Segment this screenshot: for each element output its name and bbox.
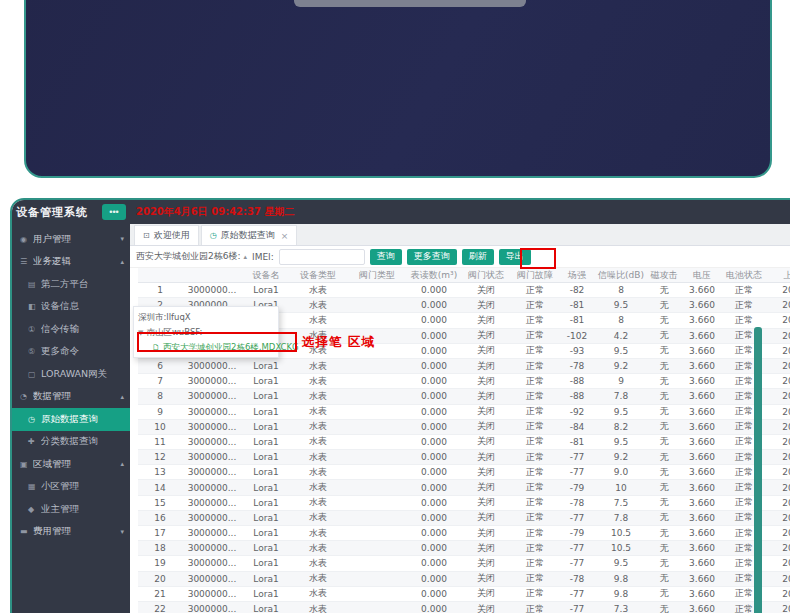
table-row[interactable]: 103000000...Lora1水表0.000关闭正常-848.2无3.660… [138, 420, 790, 435]
cell-magnetic: 无 [646, 344, 682, 357]
table-row[interactable]: 163000000...Lora1水表0.000关闭正常-777.8无3.660… [138, 511, 790, 526]
cell-rssi: -81 [558, 300, 596, 310]
sidebar-item-lorawan网关[interactable]: ▢ LORAWAN网关 [12, 363, 130, 386]
table-row[interactable]: 83000000...Lora1水表0.000关闭正常-887.8无3.660正… [138, 389, 790, 404]
classified-data-icon: ✚ [28, 437, 41, 446]
tree-node[interactable]: ▼南山区wuBSF: [138, 325, 274, 340]
document-icon: 🗋 [152, 343, 160, 352]
more-commands-icon: ⑤ [28, 347, 41, 356]
tree-node[interactable]: 深圳市:llfuqX [138, 310, 274, 325]
cell-voltage: 3.660 [682, 543, 722, 553]
cell-num: 14 [138, 483, 182, 493]
tree-expand-icon[interactable]: ▼ [138, 329, 143, 337]
query-button[interactable]: 查询 [370, 249, 402, 265]
datetime-text: 2020年4月6日 09:42:37 星期二 [136, 205, 294, 219]
sidebar-item-原始数据查询[interactable]: ◷ 原始数据查询 [12, 408, 130, 431]
table-row[interactable]: 13000000...Lora1水表0.000关闭正常-828无3.660正常2… [138, 283, 790, 298]
cell-valve_fault: 正常 [512, 572, 558, 585]
cell-voltage: 3.660 [682, 361, 722, 371]
table-row[interactable]: 203000000...Lora1水表0.000关闭正常-789.8无3.660… [138, 572, 790, 587]
main-content: ⊡ 欢迎使用◷ 原始数据查询× 西安大学城创业园2栋6楼: ▴ IMEI: 查询… [130, 224, 790, 613]
more-query-button[interactable]: 更多查询 [407, 249, 457, 265]
cell-num: 16 [138, 513, 182, 523]
cell-num: 11 [138, 437, 182, 447]
table-row[interactable]: 123000000...Lora1水表0.000关闭正常-779.2无3.660… [138, 450, 790, 465]
sidebar-item-小区管理[interactable]: ▦ 小区管理 [12, 476, 130, 499]
cell-magnetic: 无 [646, 329, 682, 342]
cell-reading: 0.000 [408, 498, 460, 508]
column-header: 阀门类型 [346, 269, 408, 282]
sidebar-item-更多命令[interactable]: ⑤ 更多命令 [12, 341, 130, 364]
cell-valve_state: 关闭 [460, 405, 512, 418]
cell-voltage: 3.660 [682, 315, 722, 325]
cell-rssi: -78 [558, 574, 596, 584]
table-row[interactable]: 213000000...Lora1水表0.000关闭正常-779.8无3.660… [138, 587, 790, 602]
table-row[interactable]: 63000000...Lora1水表0.000关闭正常-789.2无3.660正… [138, 359, 790, 374]
table-row[interactable]: 153000000...Lora1水表0.000关闭正常-787.5无3.660… [138, 496, 790, 511]
cell-name: Lora1 [242, 285, 290, 295]
page-background: 设备管理系统 ••• 2020年4月6日 09:42:37 星期二 ◉ 用户管理… [0, 0, 790, 613]
sidebar-section-用户管理[interactable]: ◉ 用户管理 ▾ [12, 228, 130, 251]
cell-time: 20 [766, 543, 790, 553]
cell-snr: 9.8 [596, 589, 646, 599]
table-row[interactable]: 113000000...Lora1水表0.000关闭正常-819.5无3.660… [138, 435, 790, 450]
table-row[interactable]: 193000000...Lora1水表0.000关闭正常-779.5无3.660… [138, 556, 790, 571]
table-scrollbar[interactable] [754, 327, 762, 613]
table-row[interactable]: 183000000...Lora1水表0.000关闭正常-7710.5无3.66… [138, 541, 790, 556]
cell-rssi: -77 [558, 452, 596, 462]
sidebar-item-第二方平台[interactable]: ▤ 第二方平台 [12, 273, 130, 296]
cell-snr: 7.8 [596, 513, 646, 523]
cell-reading: 0.000 [408, 376, 460, 386]
tab-欢迎使用[interactable]: ⊡ 欢迎使用 [134, 225, 199, 245]
sidebar-item-设备信息[interactable]: ◧ 设备信息 [12, 296, 130, 319]
more-menu-button[interactable]: ••• [102, 204, 126, 220]
cell-type: 水表 [290, 420, 346, 433]
community-icon: ▦ [28, 482, 41, 491]
refresh-button[interactable]: 刷新 [462, 249, 494, 265]
close-icon[interactable]: × [281, 231, 289, 241]
cell-magnetic: 无 [646, 451, 682, 464]
cell-type: 水表 [290, 557, 346, 570]
sidebar-item-业主管理[interactable]: ◆ 业主管理 [12, 498, 130, 521]
sidebar-section-数据管理[interactable]: ◔ 数据管理 ▴ [12, 386, 130, 409]
column-header: 信噪比(dB) [596, 269, 646, 282]
cell-type: 水表 [290, 314, 346, 327]
cell-name: Lora1 [242, 498, 290, 508]
table-row[interactable]: 173000000...Lora1水表0.000关闭正常-7910.5无3.66… [138, 526, 790, 541]
sidebar-item-分类数据查询[interactable]: ✚ 分类数据查询 [12, 431, 130, 454]
export-button[interactable]: 导出 [499, 249, 531, 265]
cell-num: 19 [138, 558, 182, 568]
cell-imei: 3000000... [182, 452, 242, 462]
cell-imei: 3000000... [182, 483, 242, 493]
cell-rssi: -77 [558, 513, 596, 523]
table-row[interactable]: 223000000...Lora1水表0.000关闭正常-777.3无3.660… [138, 602, 790, 613]
tab-原始数据查询[interactable]: ◷ 原始数据查询× [201, 225, 298, 245]
cell-reading: 0.000 [408, 300, 460, 310]
tree-node-site[interactable]: 🗋西安大学城创业园2栋6楼,MDXCKG [138, 340, 274, 355]
cell-reading: 0.000 [408, 452, 460, 462]
sidebar-section-区域管理[interactable]: ▣ 区域管理 ▴ [12, 453, 130, 476]
cell-time: 20 [766, 285, 790, 295]
cell-type: 水表 [290, 390, 346, 403]
cell-rssi: -78 [558, 361, 596, 371]
cell-snr: 10 [596, 483, 646, 493]
cell-time: 20 [766, 346, 790, 356]
cell-voltage: 3.660 [682, 574, 722, 584]
cell-snr: 9.5 [596, 300, 646, 310]
imei-input[interactable] [279, 249, 365, 265]
cell-valve_fault: 正常 [512, 299, 558, 312]
site-selector-dropdown[interactable]: 西安大学城创业园2栋6楼: ▴ [136, 250, 247, 263]
cell-name: Lora1 [242, 483, 290, 493]
table-row[interactable]: 133000000...Lora1水表0.000关闭正常-779.0无3.660… [138, 465, 790, 480]
cell-rssi: -77 [558, 558, 596, 568]
sidebar-section-费用管理[interactable]: ▬ 费用管理 ▾ [12, 521, 130, 544]
sidebar-section-业务逻辑[interactable]: ☰ 业务逻辑 ▴ [12, 251, 130, 274]
sidebar-item-信令传输[interactable]: ① 信令传输 [12, 318, 130, 341]
table-row[interactable]: 93000000...Lora1水表0.000关闭正常-929.5无3.660正… [138, 405, 790, 420]
cell-rssi: -102 [558, 331, 596, 341]
chevron-icon: ▴ [120, 258, 124, 266]
cell-valve_state: 关闭 [460, 481, 512, 494]
table-row[interactable]: 143000000...Lora1水表0.000关闭正常-7910无3.660正… [138, 480, 790, 495]
toolbar-buttons: 查询更多查询刷新导出 [370, 249, 536, 265]
table-row[interactable]: 73000000...Lora1水表0.000关闭正常-889无3.660正常2… [138, 374, 790, 389]
